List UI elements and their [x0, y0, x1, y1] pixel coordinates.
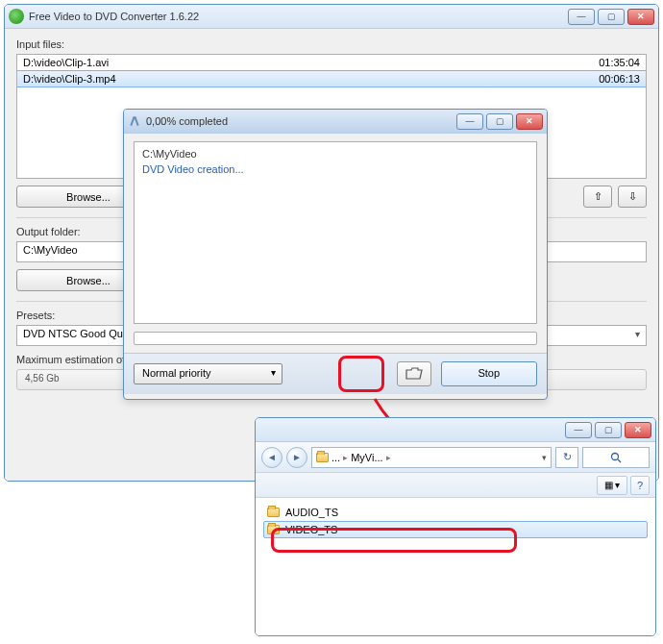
- progress-icon: [128, 114, 141, 128]
- forward-button[interactable]: ►: [286, 447, 307, 468]
- priority-dropdown[interactable]: Normal priority: [134, 363, 282, 384]
- log-path: C:\MyVideo: [142, 148, 528, 160]
- arrow-down-icon: [628, 190, 637, 203]
- log-status: DVD Video creation...: [142, 163, 528, 175]
- app-icon: [9, 9, 24, 24]
- minimize-button[interactable]: —: [568, 9, 595, 25]
- move-down-button[interactable]: [618, 186, 647, 208]
- folder-open-icon: [405, 367, 423, 381]
- input-files-label: Input files:: [16, 38, 647, 50]
- move-up-button[interactable]: [583, 186, 612, 208]
- progress-bar: [134, 332, 537, 345]
- explorer-file-pane[interactable]: AUDIO_TS VIDEO_TS: [256, 498, 655, 635]
- progress-titlebar[interactable]: 0,00% completed — ▢ ✕: [124, 110, 547, 134]
- folder-item[interactable]: VIDEO_TS: [263, 521, 648, 538]
- chevron-right-icon: ▸: [386, 453, 391, 462]
- open-folder-button[interactable]: [397, 361, 431, 386]
- file-duration: 00:06:13: [599, 73, 640, 85]
- progress-title: 0,00% completed: [146, 115, 456, 127]
- folder-icon: [267, 508, 280, 517]
- minimize-button[interactable]: —: [565, 422, 592, 438]
- refresh-button[interactable]: ↻: [555, 447, 578, 468]
- svg-point-0: [612, 453, 619, 459]
- close-button[interactable]: ✕: [627, 9, 654, 25]
- maximize-button[interactable]: ▢: [595, 422, 622, 438]
- main-titlebar[interactable]: Free Video to DVD Converter 1.6.22 — ▢ ✕: [5, 5, 658, 29]
- progress-log: C:\MyVideo DVD Video creation...: [134, 141, 537, 324]
- chevron-right-icon: ▸: [343, 453, 348, 462]
- stop-button[interactable]: Stop: [441, 361, 538, 386]
- view-options-button[interactable]: ▦ ▾: [597, 476, 627, 495]
- close-button[interactable]: ✕: [516, 113, 543, 130]
- search-icon: [610, 452, 622, 463]
- main-title: Free Video to DVD Converter 1.6.22: [29, 11, 568, 22]
- breadcrumb-segment[interactable]: ...: [332, 452, 340, 463]
- address-bar[interactable]: ... ▸ MyVi... ▸ ▾: [311, 447, 552, 468]
- file-path: D:\video\Clip-1.avi: [23, 57, 109, 68]
- arrow-up-icon: [594, 190, 602, 203]
- help-button[interactable]: ?: [630, 476, 650, 495]
- folder-name: AUDIO_TS: [285, 507, 338, 518]
- file-duration: 01:35:04: [599, 57, 640, 68]
- folder-name: VIDEO_TS: [285, 524, 337, 535]
- folder-icon: [267, 525, 280, 534]
- folder-item[interactable]: AUDIO_TS: [263, 504, 648, 521]
- back-button[interactable]: ◄: [261, 447, 282, 468]
- file-path: D:\video\Clip-3.mp4: [23, 73, 116, 85]
- close-button[interactable]: ✕: [625, 422, 651, 438]
- svg-line-1: [618, 459, 621, 462]
- dropdown-icon[interactable]: ▾: [542, 453, 547, 462]
- explorer-window: — ▢ ✕ ◄ ► ... ▸ MyVi... ▸ ▾ ↻ ▦ ▾ ? AUDI…: [255, 417, 656, 636]
- breadcrumb-segment[interactable]: MyVi...: [351, 452, 382, 463]
- maximize-button[interactable]: ▢: [598, 9, 625, 25]
- file-row[interactable]: D:\video\Clip-3.mp4 00:06:13: [17, 70, 646, 87]
- progress-dialog: 0,00% completed — ▢ ✕ C:\MyVideo DVD Vid…: [123, 109, 548, 400]
- maximize-button[interactable]: ▢: [486, 113, 513, 130]
- search-input[interactable]: [582, 447, 650, 468]
- folder-icon: [316, 453, 329, 462]
- explorer-titlebar[interactable]: — ▢ ✕: [256, 418, 655, 442]
- file-row[interactable]: D:\video\Clip-1.avi 01:35:04: [17, 55, 646, 70]
- minimize-button[interactable]: —: [456, 113, 483, 130]
